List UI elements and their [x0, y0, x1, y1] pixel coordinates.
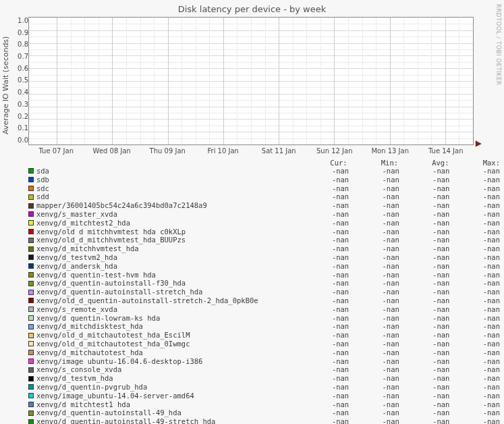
- legend-cur: -nan: [299, 374, 349, 383]
- legend-cur: -nan: [299, 271, 349, 280]
- x-tick: Sat 11 Jan: [251, 147, 307, 155]
- legend-max: -nan: [449, 201, 500, 210]
- y-axis-ticks: 1.00.90.80.70.60.50.40.30.20.10.0: [12, 16, 28, 144]
- legend-avg: -nan: [399, 279, 450, 288]
- x-tick: Mon 13 Jan: [362, 147, 418, 155]
- legend-avg: -nan: [399, 400, 450, 409]
- legend-max: -nan: [449, 244, 500, 253]
- legend-swatch: [28, 211, 34, 217]
- legend-min: -nan: [349, 365, 399, 374]
- legend-max: -nan: [449, 383, 500, 392]
- legend-min: -nan: [349, 348, 399, 357]
- legend-swatch: [28, 255, 34, 260]
- legend-max: -nan: [449, 296, 500, 305]
- legend-label: xenvg/d_mitchautotest_hda: [36, 348, 299, 357]
- legend-label: xenvg/d_quentin-lowram-ks_hda: [36, 314, 299, 323]
- legend-cur: -nan: [299, 219, 349, 228]
- legend-row: xenvg/d_testvm_hda-nan-nan-nan-nan: [28, 374, 500, 383]
- legend-max: -nan: [449, 192, 500, 201]
- legend-swatch: [28, 281, 34, 286]
- legend-label: xenvg/d_quentin-pvgrub_hda: [36, 383, 299, 392]
- legend-swatch: [28, 238, 34, 243]
- legend-cur: -nan: [299, 331, 349, 340]
- legend-avg: -nan: [399, 210, 450, 219]
- legend-avg: -nan: [399, 340, 450, 348]
- legend-min: -nan: [349, 201, 399, 210]
- legend-swatch: [28, 186, 34, 191]
- legend-label: xenvg/s_master_xvda: [36, 210, 299, 219]
- legend-row: xenvg/d_quentin-lowram-ks_hda-nan-nan-na…: [28, 314, 500, 323]
- legend-swatch: [28, 410, 34, 416]
- legend-cur: -nan: [299, 322, 349, 331]
- legend-row: xenvg/d_mitchtest1_hda-nan-nan-nan-nan: [28, 400, 500, 409]
- legend-swatch: [28, 263, 34, 269]
- x-tick: Tue 07 Jan: [28, 147, 84, 155]
- legend-min: -nan: [349, 184, 399, 193]
- y-tick: 0.5: [18, 76, 28, 84]
- legend-swatch: [28, 324, 34, 329]
- legend-swatch: [28, 290, 34, 295]
- y-tick: 0.6: [18, 65, 28, 72]
- legend-row: xenvg/image_ubuntu-14.04-server-amd64-na…: [28, 392, 500, 400]
- legend-avg: -nan: [399, 167, 450, 176]
- legend-row: xenvg/d_testvm2_hda-nan-nan-nan-nan: [28, 253, 500, 262]
- legend-max: -nan: [449, 322, 500, 331]
- legend-avg: -nan: [399, 314, 450, 323]
- legend-min: -nan: [349, 374, 399, 383]
- legend-min: -nan: [349, 288, 399, 296]
- legend-swatch: [28, 359, 34, 364]
- legend-avg: -nan: [399, 176, 450, 184]
- legend-cur: -nan: [299, 262, 349, 271]
- y-tick: 0.3: [18, 101, 28, 108]
- legend-swatch: [28, 220, 34, 226]
- legend-row: xenvg/d_mitchtest2_hda-nan-nan-nan-nan: [28, 219, 500, 228]
- legend-avg: -nan: [399, 348, 450, 357]
- legend-cur: -nan: [299, 176, 349, 184]
- legend-cur: -nan: [299, 253, 349, 262]
- legend-cur: -nan: [299, 408, 349, 417]
- legend-label: xenvg/old_d_mitchhvmtest_hda_c0kXLp: [36, 228, 299, 236]
- y-tick: 0.0: [18, 136, 28, 144]
- legend-avg: -nan: [399, 271, 450, 280]
- legend-avg: -nan: [399, 192, 450, 201]
- legend-max: -nan: [449, 340, 500, 348]
- col-max: Max:: [449, 159, 500, 167]
- legend-label: xenvg/s_remote_xvda: [36, 305, 299, 314]
- x-tick: Thu 09 Jan: [140, 147, 196, 155]
- legend-avg: -nan: [399, 262, 450, 271]
- legend-min: -nan: [349, 262, 399, 271]
- legend-cur: -nan: [299, 296, 349, 305]
- legend-avg: -nan: [399, 253, 450, 262]
- legend-avg: -nan: [399, 322, 450, 331]
- legend-max: -nan: [449, 262, 500, 271]
- legend-row: sda-nan-nan-nan-nan: [28, 167, 500, 176]
- legend-cur: -nan: [299, 228, 349, 236]
- y-axis-label: Average IO Wait (seconds): [0, 16, 12, 155]
- legend-cur: -nan: [299, 192, 349, 201]
- legend-min: -nan: [349, 236, 399, 244]
- col-min: Min:: [347, 159, 398, 167]
- chart-title: Disk latency per device - by week: [0, 4, 504, 14]
- legend-max: -nan: [449, 357, 500, 366]
- legend-min: -nan: [349, 305, 399, 314]
- legend-row: xenvg/d_quentin-test-hvm_hda-nan-nan-nan…: [28, 271, 500, 280]
- legend-avg: -nan: [399, 228, 450, 236]
- legend-max: -nan: [449, 219, 500, 228]
- legend-swatch: [28, 376, 34, 381]
- legend-cur: -nan: [299, 392, 349, 400]
- legend-label: xenvg/d_testvm2_hda: [36, 253, 299, 262]
- legend-avg: -nan: [399, 417, 450, 424]
- legend-max: -nan: [449, 417, 500, 424]
- legend-cur: -nan: [299, 210, 349, 219]
- legend-label: xenvg/image_ubuntu-16.04.6-desktop-i386: [36, 357, 299, 366]
- y-tick: 0.2: [18, 113, 28, 120]
- legend-cur: -nan: [299, 314, 349, 323]
- legend-min: -nan: [349, 408, 399, 417]
- legend-avg: -nan: [399, 374, 450, 383]
- legend-label: xenvg/old_d_mitchautotest_hda_0Iwmgc: [36, 340, 299, 348]
- legend-row: xenvg/old_d_mitchautotest_hda_EscilM-nan…: [28, 331, 500, 340]
- legend-min: -nan: [349, 228, 399, 236]
- legend-cur: -nan: [299, 236, 349, 244]
- legend-swatch: [28, 315, 34, 321]
- legend-label: xenvg/old_d_quentin-autoinstall-stretch-…: [36, 296, 299, 305]
